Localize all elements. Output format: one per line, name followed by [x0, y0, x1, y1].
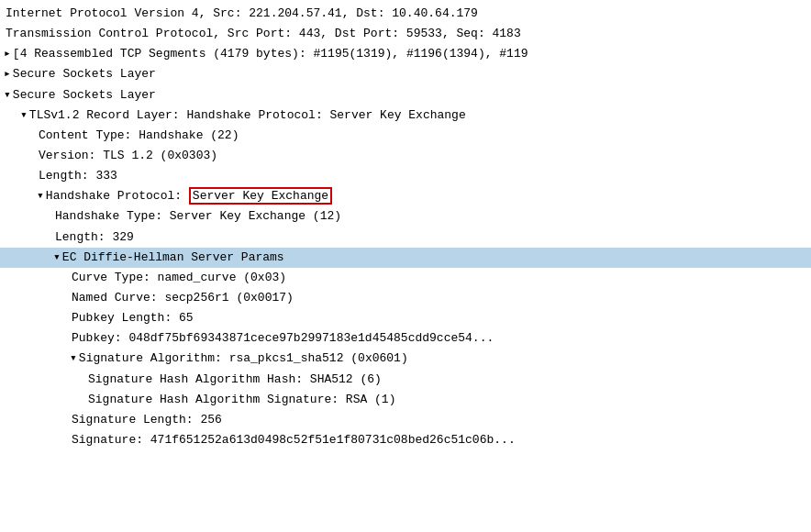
tls-record-line[interactable]: ▾ TLSv1.2 Record Layer: Handshake Protoc…	[0, 105, 811, 126]
handshake-type-line-content: Handshake Type: Server Key Exchange (12)	[55, 207, 341, 226]
named-curve-line[interactable]: Named Curve: secp256r1 (0x0017)	[0, 288, 811, 308]
server-key-exchange-box: Server Key Exchange	[189, 187, 332, 205]
ssl1-line[interactable]: ▸ Secure Sockets Layer	[0, 64, 811, 84]
sig-hash-hash-line[interactable]: Signature Hash Algorithm Hash: SHA512 (6…	[0, 370, 811, 390]
packet-tree: Internet Protocol Version 4, Src: 221.20…	[0, 0, 811, 454]
content-type-line-content: Content Type: Handshake (22)	[39, 127, 239, 145]
ssl2-line-content: Secure Sockets Layer	[13, 86, 156, 105]
length-333-line[interactable]: Length: 333	[0, 166, 811, 186]
length-329-line-content: Length: 329	[55, 228, 134, 247]
handshake-protocol-line-arrow[interactable]: ▾	[37, 187, 44, 205]
tls-record-line-content: TLSv1.2 Record Layer: Handshake Protocol…	[29, 106, 466, 125]
sig-algo-line-content: Signature Algorithm: rsa_pkcs1_sha512 (0…	[79, 349, 408, 368]
tcp-line[interactable]: Transmission Control Protocol, Src Port:…	[0, 24, 811, 44]
sig-value-line-content: Signature: 471f651252a613d0498c52f51e1f8…	[72, 431, 516, 449]
content-type-line[interactable]: Content Type: Handshake (22)	[0, 126, 811, 146]
handshake-protocol-line-content: Handshake Protocol: Server Key Exchange	[46, 187, 332, 205]
sig-algo-line[interactable]: ▾ Signature Algorithm: rsa_pkcs1_sha512 …	[0, 349, 811, 369]
length-329-line[interactable]: Length: 329	[0, 227, 811, 248]
reassembled-line[interactable]: ▸ [4 Reassembled TCP Segments (4179 byte…	[0, 44, 811, 64]
tls-record-line-arrow[interactable]: ▾	[20, 106, 28, 125]
handshake-protocol-line[interactable]: ▾ Handshake Protocol: Server Key Exchang…	[0, 186, 811, 206]
sig-length-line[interactable]: Signature Length: 256	[0, 410, 811, 430]
pubkey-line-content: Pubkey: 048df75bf69343871cece97b2997183e…	[72, 329, 494, 348]
ec-dh-line[interactable]: ▾ EC Diffie-Hellman Server Params	[0, 248, 811, 268]
version-line-content: Version: TLS 1.2 (0x0303)	[39, 147, 217, 165]
pubkey-length-line[interactable]: Pubkey Length: 65	[0, 308, 811, 328]
named-curve-line-content: Named Curve: secp256r1 (0x0017)	[72, 289, 294, 307]
pubkey-line[interactable]: Pubkey: 048df75bf69343871cece97b2997183e…	[0, 328, 811, 349]
reassembled-line-content: [4 Reassembled TCP Segments (4179 bytes)…	[13, 45, 528, 63]
curve-type-line-content: Curve Type: named_curve (0x03)	[72, 269, 286, 287]
ip-line[interactable]: Internet Protocol Version 4, Src: 221.20…	[0, 4, 811, 24]
length-333-line-content: Length: 333	[39, 167, 117, 185]
version-line[interactable]: Version: TLS 1.2 (0x0303)	[0, 146, 811, 166]
reassembled-line-arrow[interactable]: ▸	[4, 45, 11, 63]
ssl1-line-content: Secure Sockets Layer	[13, 65, 156, 83]
sig-algo-line-arrow[interactable]: ▾	[70, 349, 77, 368]
sig-value-line[interactable]: Signature: 471f651252a613d0498c52f51e1f8…	[0, 430, 811, 450]
sig-hash-sig-line-content: Signature Hash Algorithm Signature: RSA …	[88, 391, 395, 409]
curve-type-line[interactable]: Curve Type: named_curve (0x03)	[0, 268, 811, 288]
pubkey-length-line-content: Pubkey Length: 65	[72, 309, 194, 327]
ssl2-line[interactable]: ▾ Secure Sockets Layer	[0, 85, 811, 105]
ssl1-line-arrow[interactable]: ▸	[4, 65, 11, 83]
handshake-type-line[interactable]: Handshake Type: Server Key Exchange (12)	[0, 206, 811, 227]
ssl2-line-arrow[interactable]: ▾	[4, 86, 11, 105]
sig-hash-sig-line[interactable]: Signature Hash Algorithm Signature: RSA …	[0, 390, 811, 410]
ec-dh-line-content: EC Diffie-Hellman Server Params	[62, 249, 284, 267]
tcp-line-content: Transmission Control Protocol, Src Port:…	[6, 25, 521, 43]
sig-hash-hash-line-content: Signature Hash Algorithm Hash: SHA512 (6…	[88, 371, 382, 389]
ip-line-content: Internet Protocol Version 4, Src: 221.20…	[6, 5, 478, 23]
ec-dh-line-arrow[interactable]: ▾	[53, 249, 61, 267]
sig-length-line-content: Signature Length: 256	[72, 411, 222, 429]
